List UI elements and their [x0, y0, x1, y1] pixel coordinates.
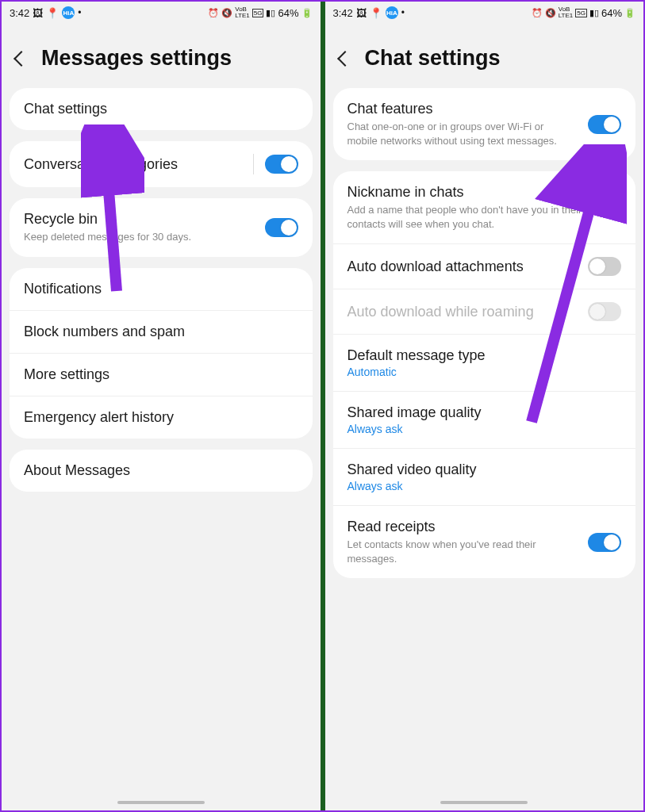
hia-icon: HiA — [386, 6, 398, 19]
volte-icon: VoBLTE1 — [235, 6, 250, 19]
toggle-recycle-bin[interactable] — [265, 218, 298, 237]
separator — [253, 154, 254, 174]
row-label: More settings — [24, 366, 298, 383]
toggle-auto-download-roaming — [588, 302, 621, 321]
row-label: Default message type — [347, 347, 622, 364]
signal-icon: ▮▯ — [589, 8, 599, 18]
header: Chat settings — [325, 22, 644, 88]
alarm-icon: ⏰ — [208, 8, 219, 18]
page-title: Messages settings — [41, 46, 232, 71]
battery-text: 64% — [601, 7, 622, 19]
toggle-read-receipts[interactable] — [588, 533, 621, 552]
row-label: Conversation categories — [24, 156, 242, 173]
row-auto-download[interactable]: Auto download attachments — [333, 243, 636, 289]
row-value: Automatic — [347, 366, 622, 378]
status-time: 3:42 — [333, 7, 353, 19]
status-bar: 3:42 🖼 📍 HiA • ⏰ 🔇 VoBLTE1 5G ▮▯ 64% 🔋 — [325, 2, 644, 22]
mute-icon: 🔇 — [545, 8, 556, 18]
row-default-message-type[interactable]: Default message type Automatic — [333, 334, 636, 391]
row-chat-features[interactable]: Chat features Chat one-on-one or in grou… — [333, 88, 636, 160]
hia-icon: HiA — [62, 6, 75, 19]
row-label: About Messages — [24, 462, 298, 479]
signal-icon: ▮▯ — [266, 8, 275, 18]
row-auto-download-roaming: Auto download while roaming — [333, 289, 636, 334]
row-label: Auto download attachments — [347, 259, 578, 275]
row-recycle-bin[interactable]: Recycle bin Keep deleted messages for 30… — [10, 198, 313, 257]
phone-left: 3:42 🖼 📍 HiA • ⏰ 🔇 VoBLTE1 5G ▮▯ 64% 🔋 M… — [2, 2, 321, 810]
back-icon[interactable] — [13, 51, 29, 67]
row-chat-settings[interactable]: Chat settings — [10, 88, 313, 130]
row-subtitle: Let contacts know when you've read their… — [347, 538, 578, 565]
more-notifs-dot: • — [78, 7, 81, 18]
nav-pill[interactable] — [117, 801, 205, 804]
row-label: Nickname in chats — [347, 184, 622, 201]
row-label: Shared video quality — [347, 462, 622, 478]
header: Messages settings — [2, 22, 321, 88]
row-read-receipts[interactable]: Read receipts Let contacts know when you… — [333, 505, 636, 578]
row-shared-image-quality[interactable]: Shared image quality Always ask — [333, 391, 636, 448]
nav-bar — [325, 793, 644, 810]
status-time: 3:42 — [10, 7, 29, 19]
row-value: Always ask — [347, 480, 622, 492]
row-more-settings[interactable]: More settings — [10, 353, 313, 396]
phone-right: 3:42 🖼 📍 HiA • ⏰ 🔇 VoBLTE1 5G ▮▯ 64% 🔋 C… — [325, 2, 644, 810]
row-subtitle: Chat one-on-one or in groups over Wi-Fi … — [347, 120, 578, 147]
status-bar: 3:42 🖼 📍 HiA • ⏰ 🔇 VoBLTE1 5G ▮▯ 64% 🔋 — [2, 2, 321, 22]
row-label: Emergency alert history — [24, 409, 298, 426]
nav-bar — [2, 793, 321, 810]
toggle-conversation-categories[interactable] — [265, 155, 298, 174]
nav-pill[interactable] — [440, 801, 528, 804]
row-block-spam[interactable]: Block numbers and spam — [10, 310, 313, 353]
row-label: Notifications — [24, 281, 298, 297]
row-nickname[interactable]: Nickname in chats Add a name that people… — [333, 171, 636, 243]
page-title: Chat settings — [365, 46, 501, 71]
row-label: Read receipts — [347, 519, 578, 535]
network-icon: 5G — [575, 9, 587, 17]
row-value: Always ask — [347, 423, 622, 435]
alarm-icon: ⏰ — [532, 8, 543, 18]
back-icon[interactable] — [337, 51, 353, 67]
toggle-auto-download[interactable] — [588, 257, 621, 276]
picture-icon: 🖼 — [33, 7, 43, 19]
volte-icon: VoBLTE1 — [559, 6, 574, 19]
picture-icon: 🖼 — [356, 7, 367, 19]
row-notifications[interactable]: Notifications — [10, 268, 313, 310]
row-shared-video-quality[interactable]: Shared video quality Always ask — [333, 448, 636, 505]
battery-icon: 🔋 — [301, 8, 313, 18]
battery-icon: 🔋 — [624, 8, 635, 18]
location-icon: 📍 — [46, 7, 59, 19]
row-label: Chat features — [347, 101, 578, 117]
row-label: Auto download while roaming — [347, 304, 578, 320]
row-label: Recycle bin — [24, 211, 254, 228]
more-notifs-dot: • — [401, 7, 405, 18]
row-conversation-categories[interactable]: Conversation categories — [10, 141, 313, 187]
location-icon: 📍 — [370, 7, 382, 19]
row-subtitle: Add a name that people who don't have yo… — [347, 203, 622, 231]
row-label: Block numbers and spam — [24, 324, 298, 340]
row-label: Shared image quality — [347, 404, 622, 421]
row-emergency-alert[interactable]: Emergency alert history — [10, 396, 313, 439]
toggle-chat-features[interactable] — [588, 115, 621, 134]
row-subtitle: Keep deleted messages for 30 days. — [24, 230, 254, 244]
battery-text: 64% — [278, 7, 298, 19]
row-label: Chat settings — [24, 101, 298, 117]
mute-icon: 🔇 — [221, 8, 232, 18]
network-icon: 5G — [252, 9, 264, 17]
row-about-messages[interactable]: About Messages — [10, 450, 313, 492]
